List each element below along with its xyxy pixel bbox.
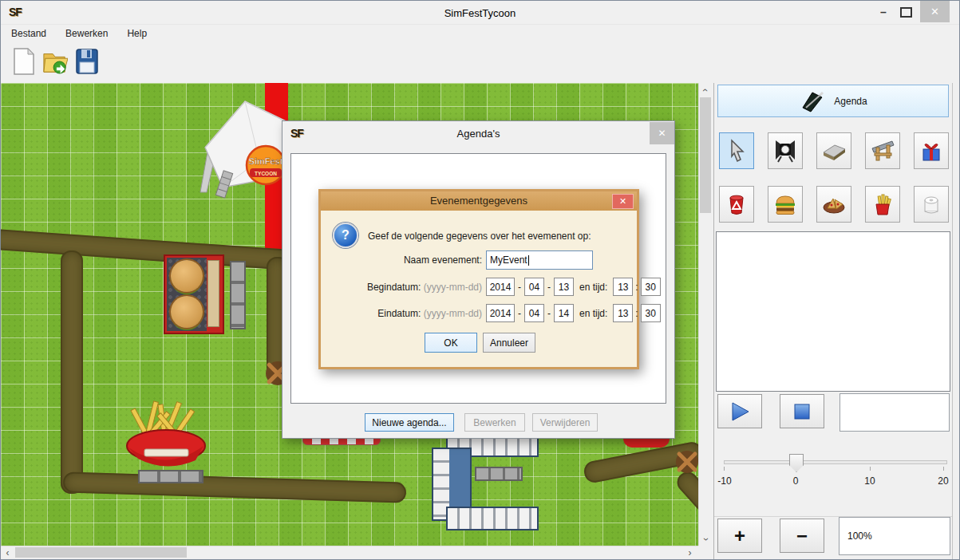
end-minute-input[interactable]: 30 <box>641 304 661 322</box>
stage-structure <box>432 430 537 532</box>
end-month-input[interactable]: 04 <box>524 304 544 322</box>
stand-counter <box>207 260 219 327</box>
map-vertical-scrollbar[interactable]: ‹ ‹ <box>698 83 712 546</box>
date-dash: - <box>518 282 521 293</box>
scroll-right-button[interactable]: › <box>683 546 697 558</box>
end-hour-input[interactable]: 13 <box>613 304 633 322</box>
time-colon: : <box>635 282 638 293</box>
app-window: SF SimFestTycoon – ✕ Bestand Bewerken He… <box>0 0 960 560</box>
date-dash: - <box>518 308 521 319</box>
agenda-book-icon <box>799 90 824 112</box>
menu-bewerken[interactable]: Bewerken <box>65 28 108 39</box>
stop-icon <box>792 402 812 421</box>
agendas-close-button[interactable]: ✕ <box>650 122 674 144</box>
burger-decoration <box>171 260 203 292</box>
scroll-down-icon: ‹ <box>700 538 711 541</box>
open-file-button[interactable] <box>42 46 68 77</box>
event-dialog-title: Evenementgegevens <box>321 195 637 207</box>
event-name-input[interactable]: MyEvent <box>486 250 593 270</box>
scroll-down-button[interactable]: ‹ <box>699 532 712 546</box>
bench <box>230 261 246 329</box>
menubar: Bestand Bewerken Help <box>1 24 959 42</box>
stage-bottom-bar <box>446 507 539 530</box>
scroll-left-button[interactable]: ‹ <box>1 546 14 558</box>
end-label: Eindatum: <box>377 308 421 319</box>
event-close-button[interactable]: ✕ <box>612 194 634 209</box>
play-icon <box>729 400 751 423</box>
tool-stage-frame[interactable] <box>865 132 900 169</box>
event-name-value: MyEvent <box>490 254 527 266</box>
minimize-icon: – <box>880 8 887 16</box>
minimize-button[interactable]: – <box>873 3 894 21</box>
tool-toilet-roll[interactable] <box>914 186 949 223</box>
titlebar: SF SimFestTycoon – ✕ <box>1 1 959 23</box>
begin-hour-input[interactable]: 13 <box>613 278 633 296</box>
slider-label: 0 <box>784 475 808 487</box>
new-agenda-button[interactable]: Nieuwe agenda... <box>365 413 454 432</box>
dirt-path-edge <box>673 467 698 532</box>
date-format-hint: (yyyy-mm-dd) <box>424 308 482 319</box>
name-label: Naam evenement: <box>329 254 482 266</box>
slider-tick <box>870 467 871 471</box>
new-file-button[interactable] <box>11 46 37 77</box>
end-year-input[interactable]: 2014 <box>486 304 515 322</box>
window-title: SimFestTycoon <box>1 7 959 19</box>
ok-button[interactable]: OK <box>425 333 477 353</box>
stop-button[interactable] <box>780 394 824 428</box>
status-box <box>840 393 950 432</box>
zoom-in-button[interactable]: + <box>717 519 762 553</box>
tool-gift[interactable] <box>914 132 949 169</box>
tool-pizza[interactable] <box>816 186 851 223</box>
begin-day-input[interactable]: 13 <box>554 278 574 296</box>
play-button[interactable] <box>717 394 762 428</box>
stage-frame-icon <box>871 139 895 163</box>
hamburger-stand <box>164 254 224 334</box>
close-icon: ✕ <box>619 196 626 207</box>
text-caret <box>528 255 529 266</box>
vertical-scroll-thumb[interactable] <box>700 97 711 213</box>
speed-slider-thumb[interactable] <box>789 454 804 472</box>
time-label: en tijd: <box>579 308 607 319</box>
end-day-input[interactable]: 14 <box>554 304 574 322</box>
help-icon: ? <box>333 223 358 248</box>
path-corner-decoration <box>675 450 698 474</box>
hamburger-icon <box>773 192 797 216</box>
begin-minute-input[interactable]: 30 <box>641 278 661 296</box>
agenda-list[interactable] <box>716 231 950 392</box>
trash-bin-icon <box>725 192 749 216</box>
cancel-button[interactable]: Annuleer <box>483 333 535 353</box>
menu-bestand[interactable]: Bestand <box>11 28 46 39</box>
fries-stand <box>120 400 212 473</box>
tool-select[interactable] <box>719 132 754 169</box>
menu-help[interactable]: Help <box>127 28 147 39</box>
tool-hamburger[interactable] <box>768 186 803 223</box>
slider-label: 20 <box>931 475 955 487</box>
slider-tick <box>724 467 725 471</box>
path-tile-icon <box>822 139 846 163</box>
dirt-path-left <box>61 250 83 494</box>
horizontal-scroll-thumb[interactable] <box>15 547 187 558</box>
slider-label: -10 <box>713 475 737 487</box>
begin-month-input[interactable]: 04 <box>524 278 544 296</box>
close-button[interactable]: ✕ <box>920 1 950 22</box>
save-button[interactable] <box>74 46 100 77</box>
panel-divider <box>952 83 953 560</box>
zoom-out-button[interactable]: − <box>780 519 824 553</box>
tool-trash-bin[interactable] <box>719 186 754 223</box>
tool-fries[interactable] <box>865 186 900 223</box>
map-horizontal-scrollbar[interactable]: ‹ › <box>1 546 698 558</box>
scroll-up-button[interactable]: ‹ <box>699 83 712 97</box>
close-icon: ✕ <box>930 6 939 18</box>
tool-path-tile[interactable] <box>816 132 851 169</box>
slider-label: 10 <box>858 475 882 487</box>
gift-icon <box>919 139 943 163</box>
begin-label: Begindatum: <box>367 282 421 293</box>
begin-year-input[interactable]: 2014 <box>486 278 515 296</box>
tool-spotlight[interactable] <box>768 132 803 169</box>
time-colon: : <box>635 308 638 319</box>
begin-date-row: Begindatum: (yyyy-mm-dd) 2014 - 04 - 13 … <box>329 278 661 296</box>
zoom-level-field[interactable]: 100% <box>839 517 950 555</box>
maximize-button[interactable] <box>895 3 916 21</box>
speed-slider-track[interactable] <box>724 460 947 464</box>
agenda-button[interactable]: Agenda <box>717 85 949 117</box>
